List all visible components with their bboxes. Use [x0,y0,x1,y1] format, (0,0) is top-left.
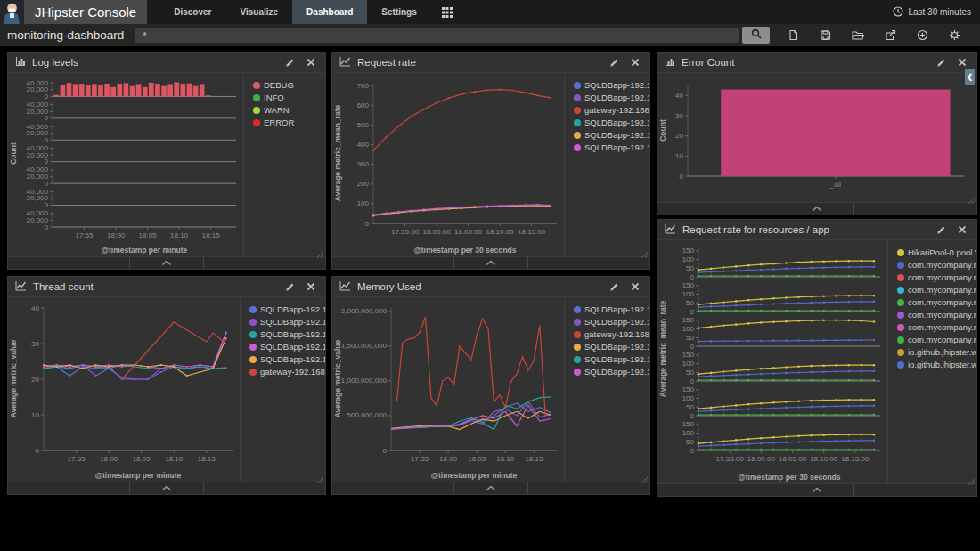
legend-item[interactable]: SQLDBapp-192.168.4... [574,317,647,327]
close-icon[interactable] [628,58,642,67]
svg-text:Average metric_mean_rate: Average metric_mean_rate [658,301,667,398]
legend-item[interactable]: WARN [253,105,323,115]
chart-svg: 020,00040,000020,00040,000020,00040,0000… [8,73,243,256]
legend-item[interactable]: SQLDBapp-192.168.4... [574,93,647,102]
close-icon[interactable] [304,58,318,67]
nav-item-discover[interactable]: Discover [159,0,225,24]
query-input[interactable] [135,28,739,43]
share-icon[interactable] [885,29,896,41]
legend-item[interactable]: SQLDBapp-192.168.4... [249,354,323,364]
close-icon[interactable] [628,282,642,291]
legend-color-dot [249,331,257,338]
edit-pencil-icon[interactable] [607,58,622,68]
legend-item[interactable]: SQLDBapp-192.168.4... [574,367,647,377]
legend-item[interactable]: ERROR [253,117,323,127]
collapse-chevron-icon[interactable] [129,482,204,494]
open-folder-icon[interactable] [852,29,864,41]
legend-item[interactable]: SQLDBapp-192.168.4... [574,354,647,364]
save-icon[interactable] [820,29,831,41]
panel-header[interactable]: Memory Used [332,277,649,297]
legend-item[interactable]: com.mycompany.myap... [897,322,974,332]
edit-pencil-icon[interactable] [282,282,298,292]
close-icon[interactable] [955,58,969,67]
resize-handle-icon[interactable] [640,247,649,255]
collapse-chevron-icon[interactable] [453,257,528,269]
chart-area[interactable]: 020,00040,000020,00040,000020,00040,0000… [8,73,243,256]
collapse-chevron-icon[interactable] [453,482,528,494]
edit-pencil-icon[interactable] [934,58,949,68]
legend-item[interactable]: INFO [253,93,323,102]
svg-text:18:10: 18:10 [170,231,189,239]
collapse-chevron-icon[interactable] [780,484,854,496]
new-document-icon[interactable] [788,29,799,41]
collapse-chevron-icon[interactable] [780,203,854,215]
resize-handle-icon[interactable] [640,472,649,481]
search-button[interactable] [742,27,770,44]
legend-item[interactable]: gateway-192.168.43.8:... [574,329,647,339]
chart-area[interactable]: 0500,000,0001,000,000,0001,500,000,0002,… [332,297,564,482]
legend-item[interactable]: SQLDBapp-192.168.4... [574,80,647,90]
legend-expand-icon[interactable]: ❮ [965,69,975,85]
panel-thread-count: Thread count 01020304017:5518:0018:0518:… [7,276,326,495]
chart-area[interactable]: 01020304017:5518:0018:0518:1018:15@times… [8,297,240,482]
panel-header[interactable]: Request rate [332,53,649,73]
legend-item[interactable]: io.github.jhipster.web.r... [897,360,974,369]
legend-item[interactable]: gateway-192.168.43.8:... [574,105,647,115]
legend-item[interactable]: com.mycompany.myap... [897,335,974,344]
legend-item[interactable]: com.mycompany.myap... [897,260,974,270]
panel-header[interactable]: Thread count [8,277,325,297]
svg-text:@timestamp per 30 seconds: @timestamp per 30 seconds [738,473,840,482]
panel-header[interactable]: Request rate for resources / app [657,220,976,240]
resize-handle-icon[interactable] [967,192,976,201]
chart-svg: 01020304017:5518:0018:0518:1018:15@times… [8,297,240,482]
legend-item[interactable]: SQLDBapp-192.168.4... [574,304,647,314]
legend-item[interactable]: SQLDBapp-192.168.4... [574,130,647,140]
legend-item[interactable]: com.mycompany.myap... [897,310,974,320]
legend-item[interactable]: gateway-192.168.43.8:... [249,367,323,377]
svg-text:1,500,000,000: 1,500,000,000 [341,342,388,350]
chart-area[interactable]: 0501001500501001500501001500501001500501… [657,240,887,483]
legend-item[interactable]: SQLDBapp-192.168.4... [574,142,647,152]
toolbar-actions [788,29,960,41]
legend-item[interactable]: SQLDBapp-192.168.4... [249,304,323,314]
apps-grid-icon[interactable] [431,0,463,24]
svg-text:40,000: 40,000 [27,123,49,131]
resize-handle-icon[interactable] [315,247,324,255]
close-icon[interactable] [304,282,318,291]
legend-item[interactable]: SQLDBapp-192.168.4... [574,117,647,127]
legend-item[interactable]: DEBUG [253,80,323,90]
legend-color-dot [249,344,257,351]
legend-item[interactable]: SQLDBapp-192.168.4... [574,342,647,352]
nav-item-dashboard[interactable]: Dashboard [292,0,367,24]
brand-home-link[interactable]: JHipster Console [0,0,147,24]
panel-title: Request rate for resources / app [682,224,927,235]
gear-icon[interactable] [949,29,960,41]
legend-item[interactable]: SQLDBapp-192.168.4... [249,317,323,327]
svg-text:30: 30 [31,340,39,348]
edit-pencil-icon[interactable] [934,225,949,235]
panel-header[interactable]: Error Count [657,53,976,73]
resize-handle-icon[interactable] [967,474,976,482]
panel-header[interactable]: Log levels [8,53,325,73]
add-circle-icon[interactable] [917,29,928,41]
legend-item[interactable]: com.mycompany.myap... [897,297,974,307]
nav-item-visualize[interactable]: Visualize [225,0,292,24]
panel-footer [8,256,325,269]
svg-text:150: 150 [682,281,695,289]
legend-item[interactable]: com.mycompany.myap... [897,285,974,295]
nav-item-settings[interactable]: Settings [367,0,430,24]
close-icon[interactable] [955,225,969,234]
svg-text:400: 400 [357,141,370,149]
legend-item[interactable]: com.mycompany.myap... [897,272,974,282]
legend-item[interactable]: SQLDBapp-192.168.4... [249,342,323,352]
chart-area[interactable]: 010020030040050060070017:55:0018:00:0018… [332,73,564,256]
legend-item[interactable]: io.github.jhipster.web.r... [897,347,974,357]
edit-pencil-icon[interactable] [607,282,622,292]
time-picker[interactable]: Last 30 minutes [884,0,980,24]
collapse-chevron-icon[interactable] [129,257,204,269]
legend-item[interactable]: HikariPool-0.pool.Wait [897,247,974,257]
legend-item[interactable]: SQLDBapp-192.168.4... [249,329,323,339]
chart-area[interactable]: 010203040_allCount [657,73,976,202]
edit-pencil-icon[interactable] [282,58,298,68]
resize-handle-icon[interactable] [315,472,324,481]
